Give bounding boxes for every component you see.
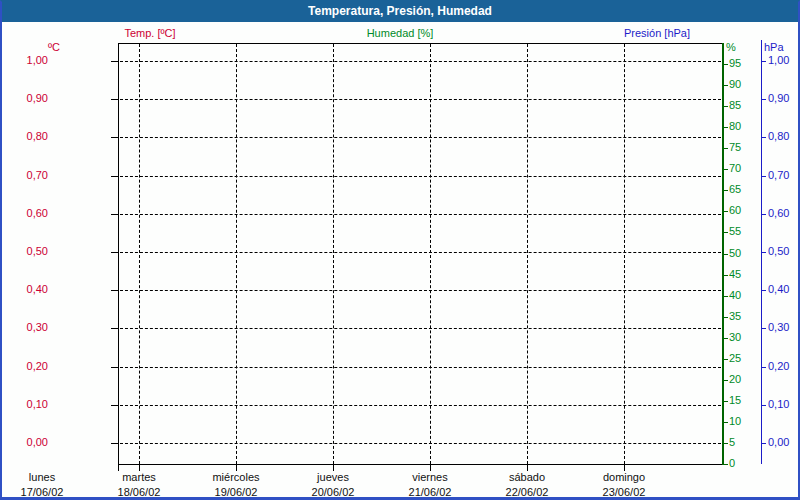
weather-chart-page: Temperatura, Presión, Humedad Temp. [ºC]…: [0, 0, 800, 500]
humidity-axis-tick: [724, 106, 728, 107]
humidity-axis-tick: [724, 359, 728, 360]
h-gridline: [120, 290, 721, 291]
pressure-axis-label: 0,60: [768, 207, 789, 220]
x-axis-day-name: sábado: [482, 471, 572, 483]
humidity-axis-tick: [724, 232, 728, 233]
x-axis-day-date: 21/06/02: [385, 486, 475, 498]
humidity-axis-label: 70: [729, 162, 741, 175]
plot-left-border: [118, 43, 119, 464]
x-axis-day-date: 22/06/02: [482, 486, 572, 498]
humidity-axis-label: 45: [729, 268, 741, 281]
left-axis-tick: [111, 405, 118, 406]
humidity-axis-tick: [724, 85, 728, 86]
humidity-axis-tick: [724, 64, 728, 65]
pressure-axis-label: 0,10: [768, 398, 789, 411]
humidity-axis-label: 60: [729, 204, 741, 217]
left-axis-label: 0,10: [10, 398, 48, 411]
left-axis-tick: [111, 214, 118, 215]
pressure-axis-label: 0,50: [768, 245, 789, 258]
humidity-axis-label: 65: [729, 183, 741, 196]
v-gridline: [139, 44, 140, 464]
left-axis-tick: [111, 367, 118, 368]
humidity-axis-tick: [724, 169, 728, 170]
left-axis-label: 0,00: [10, 436, 48, 449]
x-axis-day-name: miércoles: [191, 471, 281, 483]
humidity-axis-label: 30: [729, 331, 741, 344]
humidity-axis-label: 25: [729, 352, 741, 365]
humidity-axis-label: 90: [729, 78, 741, 91]
h-gridline: [120, 176, 721, 177]
pressure-axis-label: 0,20: [768, 360, 789, 373]
humidity-axis-label: 85: [729, 99, 741, 112]
humidity-axis-tick: [724, 464, 728, 465]
humidity-axis-tick: [724, 275, 728, 276]
plot-top-border: [118, 43, 722, 44]
humidity-axis-label: 80: [729, 120, 741, 133]
pressure-axis-line: [761, 40, 762, 464]
humidity-axis-label: 95: [729, 57, 741, 70]
left-axis-label: 0,60: [10, 207, 48, 220]
humidity-axis-label: 50: [729, 247, 741, 260]
h-gridline: [120, 443, 721, 444]
humidity-axis-tick: [724, 254, 728, 255]
x-axis-day-date: 23/06/02: [579, 486, 669, 498]
humidity-axis-tick: [724, 443, 728, 444]
left-axis-label: 0,90: [10, 92, 48, 105]
x-axis-day-date: 17/06/02: [0, 486, 87, 498]
pressure-axis-label: 0,40: [768, 283, 789, 296]
humidity-axis-tick: [724, 401, 728, 402]
left-axis-tick: [111, 99, 118, 100]
v-gridline: [624, 44, 625, 464]
left-axis-tick: [111, 61, 118, 62]
humidity-axis-tick: [724, 380, 728, 381]
v-gridline: [527, 44, 528, 464]
x-axis-day-name: domingo: [579, 471, 669, 483]
left-axis-label: 0,70: [10, 169, 48, 182]
h-gridline: [120, 328, 721, 329]
humidity-axis-tick: [724, 296, 728, 297]
humidity-axis-label: 40: [729, 289, 741, 302]
left-axis-label: 0,40: [10, 283, 48, 296]
humidity-axis-label: 20: [729, 373, 741, 386]
h-gridline: [120, 405, 721, 406]
left-axis-label: 0,80: [10, 130, 48, 143]
x-axis-day-name: jueves: [288, 471, 378, 483]
v-gridline: [333, 44, 334, 464]
left-axis-tick: [111, 252, 118, 253]
pressure-axis-label: 0,30: [768, 321, 789, 334]
page-title: Temperatura, Presión, Humedad: [0, 0, 800, 22]
x-axis-day-name: viernes: [385, 471, 475, 483]
h-gridline: [120, 61, 721, 62]
pressure-axis-label: 0,00: [768, 436, 789, 449]
humidity-axis-label: 55: [729, 225, 741, 238]
humidity-axis-tick: [724, 127, 728, 128]
humidity-axis-label: 10: [729, 415, 741, 428]
v-gridline: [430, 44, 431, 464]
pressure-axis-label: 0,80: [768, 130, 789, 143]
left-axis-unit: ºC: [36, 41, 60, 54]
humidity-axis-label: 15: [729, 394, 741, 407]
humidity-axis-unit: %: [726, 41, 736, 54]
legend-item-1: Humedad [%]: [367, 27, 434, 39]
humidity-axis-tick: [724, 211, 728, 212]
left-axis-tick: [111, 443, 118, 444]
humidity-axis-label: 5: [729, 436, 735, 449]
x-axis-day-date: 19/06/02: [191, 486, 281, 498]
x-axis-day-name: martes: [94, 471, 184, 483]
left-axis-tick: [111, 328, 118, 329]
pressure-axis-unit: hPa: [764, 41, 784, 54]
humidity-axis-label: 75: [729, 141, 741, 154]
left-axis-label: 0,20: [10, 360, 48, 373]
x-axis-day-date: 20/06/02: [288, 486, 378, 498]
left-axis-tick: [111, 137, 118, 138]
humidity-axis-tick: [724, 190, 728, 191]
h-gridline: [120, 137, 721, 138]
humidity-axis-tick: [724, 148, 728, 149]
pressure-axis-label: 0,70: [768, 169, 789, 182]
h-gridline: [120, 367, 721, 368]
left-axis-label: 1,00: [10, 54, 48, 67]
humidity-axis-tick: [724, 338, 728, 339]
x-axis-day-date: 18/06/02: [94, 486, 184, 498]
humidity-axis-label: 35: [729, 310, 741, 323]
left-axis-tick: [111, 290, 118, 291]
